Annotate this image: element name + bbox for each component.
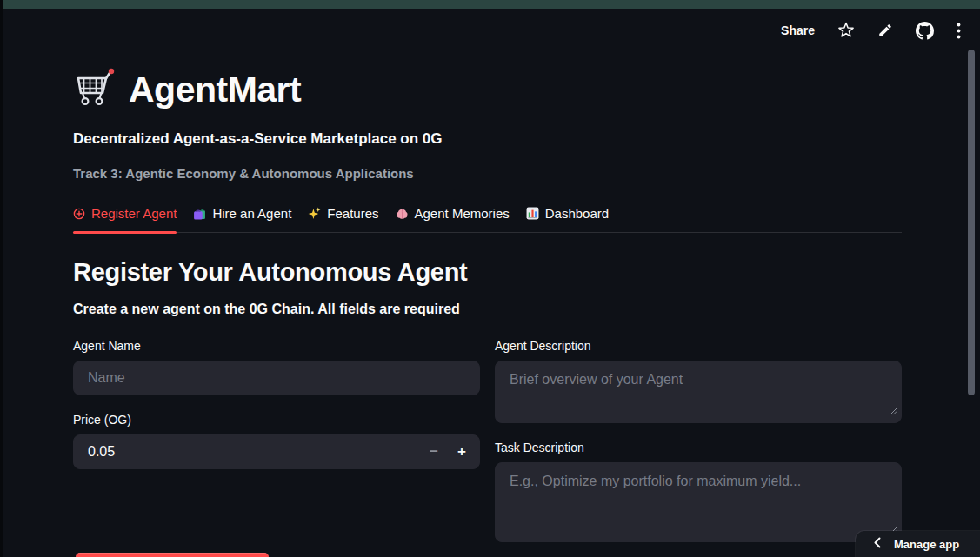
- page-description: Create a new agent on the 0G Chain. All …: [73, 302, 902, 317]
- increment-button[interactable]: +: [447, 434, 477, 469]
- chevron-left-icon: [874, 536, 881, 552]
- github-icon[interactable]: [916, 22, 934, 40]
- task-description-label: Task Description: [495, 441, 902, 455]
- vertical-scrollbar[interactable]: [968, 50, 975, 395]
- app-title: AgentMart: [129, 70, 301, 109]
- sparkles-icon: [308, 207, 321, 220]
- brain-icon: [396, 207, 409, 220]
- price-label: Price (OG): [73, 413, 480, 428]
- submit-button-partial[interactable]: [76, 553, 269, 557]
- agent-description-wrap: [495, 361, 902, 423]
- agent-description-label: Agent Description: [495, 339, 902, 354]
- price-number-input-wrap: − +: [73, 434, 480, 469]
- task-description-wrap: [495, 462, 902, 542]
- tab-label: Dashboard: [545, 206, 609, 221]
- app-header: AgentMart: [73, 68, 902, 110]
- agent-description-textarea[interactable]: [495, 361, 902, 423]
- form-right-column: Agent Description Task Description: [495, 339, 902, 542]
- tab-label: Agent Memories: [415, 206, 510, 221]
- star-icon[interactable]: [837, 22, 855, 39]
- edit-pencil-icon[interactable]: [877, 23, 893, 38]
- shopping-bags-icon: [193, 207, 206, 220]
- bar-chart-icon: [526, 207, 539, 220]
- task-description-textarea[interactable]: [495, 462, 902, 542]
- tab-hire-an-agent[interactable]: Hire an Agent: [193, 206, 291, 232]
- manage-app-button[interactable]: Manage app: [856, 531, 980, 557]
- app-track-caption: Track 3: Agentic Economy & Autonomous Ap…: [73, 166, 902, 181]
- manage-app-label: Manage app: [894, 538, 959, 551]
- register-form: Agent Name Price (OG) − + Agent Descript…: [73, 339, 902, 542]
- main-content: AgentMart Decentralized Agent-as-a-Servi…: [3, 68, 980, 542]
- shopping-cart-icon: [73, 68, 115, 110]
- tab-label: Register Agent: [91, 206, 177, 221]
- app-subtitle: Decentralized Agent-as-a-Service Marketp…: [73, 130, 902, 148]
- tab-dashboard[interactable]: Dashboard: [526, 206, 609, 232]
- tab-agent-memories[interactable]: Agent Memories: [396, 206, 510, 232]
- tab-register-agent[interactable]: Register Agent: [73, 206, 177, 232]
- circled-plus-icon: [73, 208, 85, 220]
- tab-features[interactable]: Features: [308, 206, 378, 232]
- tab-label: Features: [327, 206, 378, 221]
- tab-label: Hire an Agent: [212, 206, 291, 221]
- streamlit-toolbar: Share: [781, 21, 961, 40]
- form-left-column: Agent Name Price (OG) − +: [73, 339, 480, 542]
- agent-name-input[interactable]: [73, 361, 480, 395]
- agent-name-label: Agent Name: [73, 339, 480, 354]
- share-button[interactable]: Share: [781, 23, 815, 37]
- overflow-menu-icon[interactable]: [957, 23, 961, 39]
- page-title: Register Your Autonomous Agent: [73, 257, 902, 287]
- tab-bar: Register Agent Hire an Agent Features: [73, 206, 902, 233]
- window-top-strip: [3, 0, 980, 9]
- decrement-button[interactable]: −: [419, 434, 449, 469]
